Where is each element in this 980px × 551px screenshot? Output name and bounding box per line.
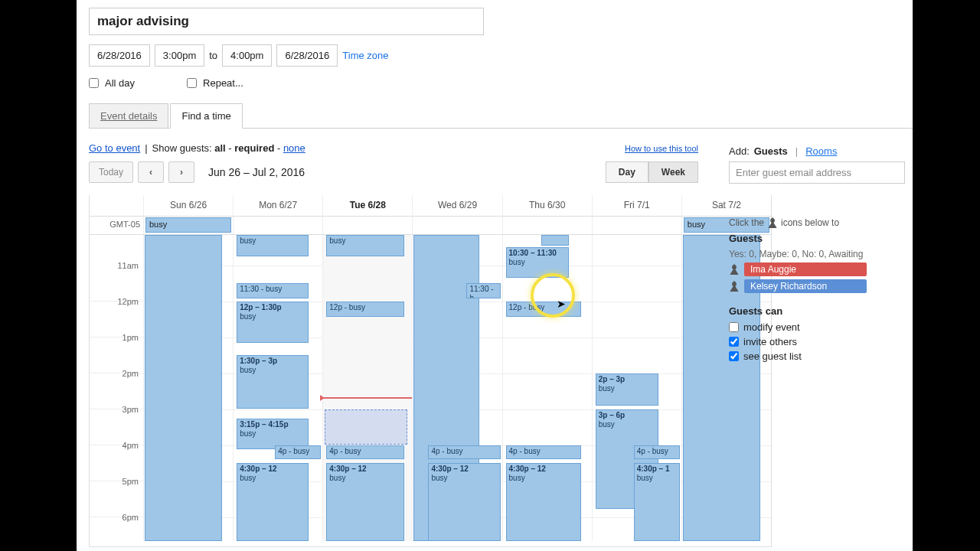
today-button[interactable]: Today [89,161,133,183]
modify-event-checkbox[interactable] [729,322,739,332]
busy-block[interactable]: 4p - busy [506,445,581,459]
day-header: Tue 6/28 [322,195,412,216]
person-icon[interactable] [729,264,740,275]
chevron-right-icon: › [180,167,183,178]
how-to-link[interactable]: How to use this tool [625,144,698,153]
calendar-grid[interactable]: Sun 6/26 Mon 6/27 Tue 6/28 Wed 6/29 Thu … [89,195,772,547]
busy-block[interactable]: 12p - busy [506,302,581,317]
busy-block[interactable] [541,235,569,246]
repeat-checkbox[interactable] [187,78,197,88]
guest-email-input[interactable]: Enter guest email address [729,161,905,184]
busy-block[interactable]: 3:15p – 4:15pbusy [237,419,309,449]
see-guest-list-checkbox[interactable] [729,351,739,361]
all-day-label: All day [105,77,135,89]
busy-block[interactable]: 4p - busy [275,445,321,459]
guests-heading: Guests [729,233,913,244]
invite-others-checkbox[interactable] [729,337,739,347]
prev-button[interactable]: ‹ [138,161,164,183]
day-header: Sun 6/26 [143,195,233,216]
busy-block[interactable]: 10:30 – 11:30busy [506,247,569,278]
rsvp-summary: Yes: 0, Maybe: 0, No: 0, Awaiting [729,249,913,259]
start-time-input[interactable]: 3:00pm [155,44,204,67]
filter-none[interactable]: none [283,142,305,154]
end-date-input[interactable]: 6/28/2016 [276,44,338,67]
event-title-input[interactable] [89,8,484,35]
week-view-button[interactable]: Week [648,161,698,183]
timezone-label: GMT-05 [90,217,143,234]
busy-block[interactable]: 4:30p – 1busy [634,463,680,541]
guest-hint: Click the icons below to [729,217,913,228]
busy-block[interactable]: 4:30p – 12busy [428,463,500,541]
day-header: Fri 7/1 [592,195,681,216]
filter-all[interactable]: all [214,142,225,154]
to-label: to [209,50,217,61]
filter-required[interactable]: required [234,142,274,154]
next-button[interactable]: › [168,161,194,183]
busy-block[interactable]: 12p - busy [326,302,404,317]
add-label: Add: [729,145,750,157]
all-day-checkbox[interactable] [89,78,99,88]
chevron-left-icon: ‹ [149,167,152,178]
person-icon[interactable] [729,281,740,292]
busy-block[interactable]: 1:30p – 3pbusy [237,355,309,409]
busy-block[interactable]: 11:30 - b [466,283,500,298]
day-header: Mon 6/27 [233,195,322,216]
start-date-input[interactable]: 6/28/2016 [89,44,150,67]
end-time-input[interactable]: 4:00pm [222,44,272,67]
timezone-link[interactable]: Time zone [342,50,388,61]
busy-block[interactable]: 4:30p – 12busy [237,463,309,541]
busy-block[interactable]: 4p - busy [634,445,680,459]
date-range-label: Jun 26 – Jul 2, 2016 [208,166,305,178]
busy-block[interactable] [145,235,222,541]
guests-can-heading: Guests can [729,305,913,317]
guest-chip[interactable]: Ima Auggie [744,262,867,276]
add-rooms-tab[interactable]: Rooms [805,145,837,157]
day-header: Wed 6/29 [412,195,501,216]
busy-block[interactable]: 11:30 - busy [237,283,309,298]
person-icon [767,217,778,228]
repeat-label: Repeat... [203,77,243,89]
busy-block[interactable]: 12p – 1:30pbusy [237,302,309,343]
busy-block[interactable]: busy [237,235,309,256]
show-guests-label: Show guests: [152,142,212,154]
day-view-button[interactable]: Day [606,161,648,183]
busy-block[interactable]: busy [326,235,404,256]
go-to-event-link[interactable]: Go to event [89,142,140,154]
busy-block[interactable]: 4p - busy [326,445,404,459]
busy-block[interactable]: 4:30p – 12busy [326,463,404,541]
tab-find-a-time[interactable]: Find a time [170,103,242,129]
add-guests-tab[interactable]: Guests [754,145,788,157]
guest-chip[interactable]: Kelsey Richardson [744,279,867,293]
allday-event[interactable]: busy [145,217,231,233]
tab-event-details[interactable]: Event details [89,103,168,128]
busy-block[interactable]: 4:30p – 12busy [506,463,581,541]
day-header: Thu 6/30 [502,195,592,216]
busy-block[interactable]: 4p - busy [428,445,500,459]
proposed-event-slot[interactable] [325,409,407,445]
busy-block[interactable]: 2p – 3pbusy [596,373,658,406]
